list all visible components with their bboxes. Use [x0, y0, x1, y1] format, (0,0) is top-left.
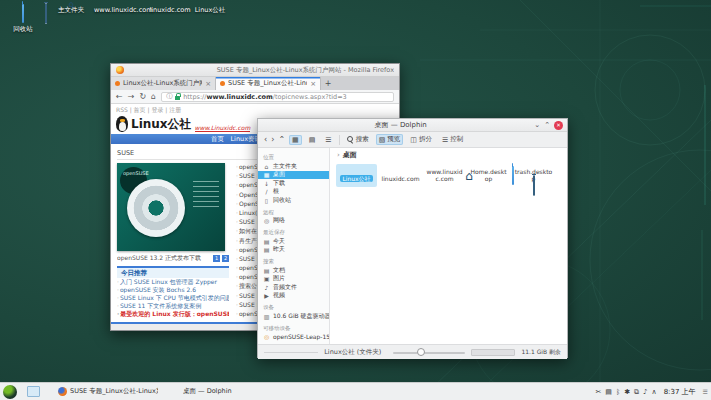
display-icon[interactable]: ⧉: [634, 387, 639, 397]
search-button[interactable]: 搜索: [344, 134, 372, 145]
browser-tab-1[interactable]: Linux公社-Linux系统门户网 ×: [111, 77, 216, 90]
places-item-network[interactable]: ◎网络: [258, 217, 329, 226]
places-item-desktop-selected[interactable]: ▦桌面: [258, 171, 329, 180]
task-label: SUSE 专题_Linux公社-Linux系统门...: [70, 387, 158, 396]
minimize-button[interactable]: ⌄: [534, 121, 540, 130]
dolphin-toolbar: ‹ › ⌃ ▦ ▤ ☰ 搜索 ▧预览 ◫拆分 ☰控制: [258, 132, 567, 148]
file-item-www-linuxidc[interactable]: www.linuxidc.com: [424, 164, 465, 187]
places-item-videos[interactable]: ▶视频: [258, 292, 329, 301]
forward-button[interactable]: ›: [271, 134, 274, 146]
browser-tab-2-active[interactable]: SUSE 专题_Linux公社-Linu ×: [216, 77, 321, 90]
bluetooth-icon[interactable]: ᛒ: [616, 387, 620, 397]
trash-icon: ▯: [263, 197, 270, 204]
close-button[interactable]: ✕: [554, 121, 563, 130]
file-item-trash-desktop[interactable]: trash.desktop: [512, 164, 553, 187]
places-item-documents[interactable]: ▤文档: [258, 266, 329, 275]
desktop-icon-linux-gongshe[interactable]: Linux公社: [187, 4, 233, 14]
slider-knob[interactable]: [417, 348, 425, 356]
clock[interactable]: 8:37 上午: [664, 387, 696, 397]
image-caption-link[interactable]: openSUSE 13.2 正式发布下载: [117, 254, 211, 263]
application-launcher-icon[interactable]: [3, 385, 17, 399]
taskbar-task-firefox[interactable]: SUSE 专题_Linux公社-Linux系统门...: [54, 384, 162, 400]
forward-button[interactable]: →: [128, 92, 135, 102]
places-item-images[interactable]: ▣图片: [258, 275, 329, 284]
taskbar-task-dolphin[interactable]: 桌面 — Dolphin: [166, 384, 236, 400]
dolphin-titlebar[interactable]: 桌面 — Dolphin ⌄ ⌃ ✕: [258, 119, 567, 132]
up-button[interactable]: ⌃: [278, 134, 285, 146]
klipper-icon[interactable]: ✂: [595, 387, 601, 397]
places-item-yesterday[interactable]: ▤昨天: [258, 246, 329, 255]
breadcrumb[interactable]: › 桌面: [330, 148, 567, 161]
trash-emblem-icon: [533, 175, 535, 196]
places-item-audio[interactable]: ♪音频文件: [258, 283, 329, 292]
back-button[interactable]: ‹: [264, 134, 267, 146]
places-item-root[interactable]: /根: [258, 188, 329, 197]
file-item-home-desktop[interactable]: ⌂ Home.desktop: [468, 164, 509, 187]
panel-settings-icon[interactable]: ☰: [703, 388, 708, 395]
root-icon: /: [263, 188, 270, 195]
site-topbar-links[interactable]: RSS | 首页 | 登录 | 注册: [111, 104, 399, 113]
calendar-icon: ▤: [263, 246, 270, 253]
split-button[interactable]: ◫拆分: [407, 134, 435, 145]
tab-close-icon[interactable]: ×: [205, 80, 211, 88]
volume-icon[interactable]: ♪: [643, 387, 647, 397]
bullet: ·: [236, 264, 238, 271]
desktop-icon-trash[interactable]: 回收站: [0, 4, 46, 33]
network-icon: ◎: [263, 217, 270, 224]
recommend-link-text: openSUSE 安装 Bochs 2.6: [120, 286, 196, 293]
home-button[interactable]: ⌂: [151, 92, 156, 102]
desktop-icon-www-linuxidc[interactable]: www.linuxidc.com: [94, 4, 140, 14]
site-info-icon[interactable]: ⓘ: [166, 92, 172, 101]
free-space-gauge: [471, 349, 515, 356]
search-label: 搜索: [356, 135, 369, 144]
places-item-home[interactable]: ⌂主文件夹: [258, 162, 329, 171]
virtual-desktop-pager[interactable]: [27, 386, 40, 397]
toolbar-separator: [339, 135, 340, 145]
left-column: openSUSE openSUSE 13.2 正式发布下载 1 2 今日推荐 ·…: [117, 160, 229, 318]
url-bar[interactable]: ⓘ https://www.linuxidc.com/topicnews.asp…: [161, 92, 394, 102]
desktop-icon-label: 回收站: [0, 26, 46, 33]
task-label: 桌面 — Dolphin: [183, 387, 232, 396]
recommend-link[interactable]: ·SUSE Linux 下 CPU 节电模式引发的问题: [117, 294, 229, 302]
view-icons-button[interactable]: ▦: [289, 135, 302, 145]
control-button[interactable]: ☰控制: [439, 134, 466, 145]
bullet: ·: [117, 278, 119, 285]
places-item-harddisk[interactable]: ▥10.6 GiB 硬盘驱动器: [258, 312, 329, 321]
back-button[interactable]: ←: [116, 92, 123, 102]
maximize-button[interactable]: ⌃: [544, 121, 550, 130]
recommend-link[interactable]: ·SUSE 11 下文件系统修复案例: [117, 302, 229, 310]
view-compact-button[interactable]: ▤: [306, 135, 319, 145]
pagination-1[interactable]: 1: [213, 255, 220, 262]
recommend-box: 今日推荐 ·入门 SUSE Linux 包管理器 Zypper ·openSUS…: [117, 266, 229, 318]
recommend-link-highlight[interactable]: ·最受欢迎的 Linux 发行版：openSUSE 11.: [117, 310, 229, 318]
view-details-button[interactable]: ☰: [322, 135, 334, 145]
tab-close-icon[interactable]: ×: [310, 80, 316, 88]
zoom-slider[interactable]: [393, 347, 465, 357]
places-label: 音频文件: [273, 283, 297, 292]
tray-expand-icon[interactable]: ∧: [652, 387, 657, 397]
firefox-titlebar[interactable]: SUSE 专题_Linux公社-Linux系统门户网站 - Mozilla Fi…: [111, 64, 399, 77]
desktop-icon-home[interactable]: ⌂ 主文件夹: [48, 4, 94, 14]
new-tab-button[interactable]: +: [321, 77, 335, 90]
places-label: 下载: [273, 179, 285, 188]
file-label: linuxidc.com: [382, 175, 420, 182]
file-item-linux-gongshe-selected[interactable]: Linux公社: [336, 164, 377, 187]
places-label: 网络: [273, 217, 285, 226]
tab-favicon: [220, 81, 225, 86]
places-group-title: 可移动设备: [263, 325, 329, 332]
file-item-linuxidc[interactable]: linuxidc.com: [380, 164, 421, 187]
recommend-link[interactable]: ·入门 SUSE Linux 包管理器 Zypper: [117, 278, 229, 286]
places-item-trash[interactable]: ▯回收站: [258, 196, 329, 205]
places-item-today[interactable]: ▤今天: [258, 237, 329, 246]
opensuse-box-image[interactable]: openSUSE: [117, 163, 225, 251]
notes-icon[interactable]: ▤: [605, 387, 612, 397]
input-method-icon[interactable]: ✱: [624, 387, 630, 397]
trash-emblem-icon: [45, 3, 47, 24]
pagination-2[interactable]: 2: [222, 255, 229, 262]
places-item-downloads[interactable]: ↓下载: [258, 179, 329, 188]
reload-button[interactable]: ↻: [139, 92, 146, 102]
places-item-dvd[interactable]: ◎openSUSE-Leap-15.1-DVD: [258, 333, 329, 342]
recommend-link[interactable]: ·openSUSE 安装 Bochs 2.6: [117, 286, 229, 294]
file-label: Linux公社: [340, 175, 372, 182]
preview-button[interactable]: ▧预览: [376, 134, 404, 145]
